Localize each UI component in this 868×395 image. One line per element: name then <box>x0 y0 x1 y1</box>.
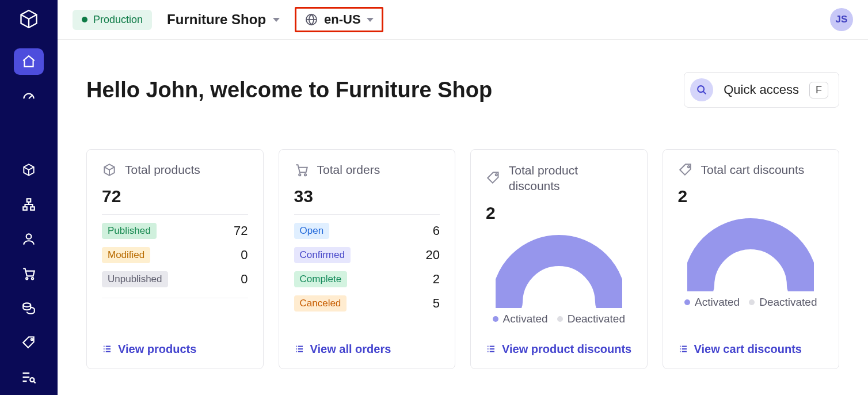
chevron-down-icon <box>273 18 280 22</box>
stat-row: Open6 <box>294 223 440 239</box>
keyboard-shortcut: F <box>809 82 828 98</box>
quick-access-label: Quick access <box>724 82 799 97</box>
status-dot-icon <box>82 17 87 22</box>
stats-cards: Total products 72 Published72 Modified0 … <box>86 149 839 369</box>
svg-point-4 <box>26 278 28 279</box>
svg-rect-1 <box>23 207 27 210</box>
app-logo <box>16 8 41 31</box>
legend-dot-icon <box>557 316 563 322</box>
globe-icon <box>304 13 318 26</box>
stat-value: 6 <box>433 223 440 238</box>
user-avatar[interactable]: JS <box>830 8 853 31</box>
list-icon <box>294 344 304 354</box>
stat-row: Confirmed20 <box>294 247 440 263</box>
chip-canceled: Canceled <box>294 295 347 312</box>
quick-access-button[interactable]: Quick access F <box>684 72 839 108</box>
sidebar <box>0 0 58 395</box>
coins-icon <box>21 301 36 316</box>
svg-point-12 <box>304 174 306 176</box>
svg-point-11 <box>299 174 300 176</box>
avatar-initials: JS <box>836 14 848 25</box>
tag-icon <box>21 335 36 350</box>
nav-gauge[interactable] <box>14 83 44 109</box>
tag-icon <box>678 162 693 177</box>
svg-point-7 <box>31 339 33 340</box>
tree-icon <box>21 197 36 212</box>
gauge-icon <box>21 89 36 104</box>
chip-unpublished: Unpublished <box>102 271 168 287</box>
environment-label: Production <box>93 14 143 26</box>
svg-rect-0 <box>27 199 31 202</box>
chip-modified: Modified <box>102 247 150 263</box>
legend-dot-icon <box>749 299 755 305</box>
nav-discounts[interactable] <box>14 329 44 356</box>
card-title: Total product discounts <box>509 162 632 194</box>
stat-row: Unpublished0 <box>102 271 248 287</box>
list-icon <box>678 344 688 354</box>
nav-orders[interactable] <box>14 260 44 287</box>
user-icon <box>21 231 36 246</box>
cart-icon <box>21 266 36 281</box>
stat-value: 2 <box>433 272 440 287</box>
card-cart-discounts: Total cart discounts 2 Activated Deactiv… <box>663 149 840 369</box>
total-value: 72 <box>102 187 248 206</box>
home-icon <box>21 54 36 69</box>
total-value: 2 <box>678 187 824 206</box>
stat-row: Complete2 <box>294 271 440 287</box>
topbar: Production Furniture Shop en-US JS <box>58 0 868 40</box>
chip-open: Open <box>294 223 330 239</box>
search-list-icon <box>21 369 37 385</box>
view-products-link[interactable]: View products <box>102 343 248 356</box>
main: Production Furniture Shop en-US JS Hello… <box>58 0 868 395</box>
tag-icon <box>486 170 501 185</box>
gauge-chart <box>678 217 824 291</box>
svg-point-10 <box>698 86 704 92</box>
svg-point-8 <box>30 378 34 382</box>
total-value: 33 <box>294 187 440 206</box>
stat-value: 0 <box>241 272 248 287</box>
stat-value: 0 <box>241 248 248 263</box>
cart-icon <box>294 162 309 177</box>
svg-rect-2 <box>31 207 35 210</box>
chart-legend: Activated Deactivated <box>486 313 632 325</box>
svg-point-6 <box>23 303 31 307</box>
locale-selector[interactable]: en-US <box>295 7 383 32</box>
view-orders-link[interactable]: View all orders <box>294 343 440 356</box>
chevron-down-icon <box>367 18 374 22</box>
view-product-discounts-link[interactable]: View product discounts <box>486 343 632 356</box>
list-icon <box>486 344 496 354</box>
stat-row: Modified0 <box>102 247 248 263</box>
nav-prices[interactable] <box>14 295 44 321</box>
shop-selector[interactable]: Furniture Shop <box>162 9 284 30</box>
nav-home[interactable] <box>14 48 44 75</box>
nav-search-list[interactable] <box>14 364 44 390</box>
cube-icon <box>102 162 117 177</box>
locale-label: en-US <box>324 12 361 27</box>
nav-products[interactable] <box>14 157 44 183</box>
card-total-orders: Total orders 33 Open6 Confirmed20 Comple… <box>279 149 456 369</box>
svg-point-3 <box>26 234 32 239</box>
chip-confirmed: Confirmed <box>294 247 351 263</box>
chip-complete: Complete <box>294 271 348 287</box>
card-title: Total cart discounts <box>701 163 805 177</box>
svg-point-5 <box>32 278 33 279</box>
stat-value: 72 <box>234 223 248 238</box>
content: Hello John, welcome to Furniture Shop Qu… <box>58 40 868 386</box>
chart-legend: Activated Deactivated <box>678 296 824 309</box>
gauge-chart <box>486 233 632 308</box>
card-total-products: Total products 72 Published72 Modified0 … <box>86 149 264 369</box>
legend-dot-icon <box>493 316 498 322</box>
nav-customers[interactable] <box>14 226 44 252</box>
stat-value: 20 <box>426 248 440 263</box>
cube-icon <box>21 162 36 177</box>
svg-point-14 <box>687 166 689 168</box>
stat-row: Canceled5 <box>294 295 440 312</box>
page-title: Hello John, welcome to Furniture Shop <box>86 78 667 102</box>
nav-categories[interactable] <box>14 191 44 218</box>
view-cart-discounts-link[interactable]: View cart discounts <box>678 343 824 356</box>
search-icon <box>690 78 713 101</box>
shop-name: Furniture Shop <box>167 12 266 28</box>
card-product-discounts: Total product discounts 2 Activated Deac… <box>470 149 648 369</box>
legend-dot-icon <box>684 299 690 305</box>
list-icon <box>102 344 112 354</box>
